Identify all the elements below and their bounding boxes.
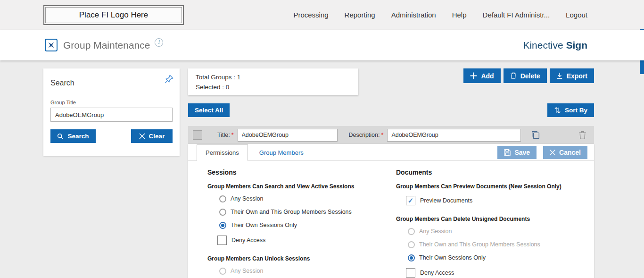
radio-option[interactable]: Their Own and This Group Members Session… bbox=[219, 208, 396, 216]
radio-option-disabled: Their Own and This Group Members Session… bbox=[408, 240, 594, 249]
checkbox-unchecked-icon[interactable] bbox=[406, 268, 415, 278]
top-navigation: Processing Reporting Administration Help… bbox=[293, 11, 587, 19]
group-maintenance-icon bbox=[45, 39, 58, 51]
brand-logo: Kinective Sign bbox=[523, 40, 587, 51]
delete-group-row-button[interactable] bbox=[578, 130, 587, 141]
export-button[interactable]: Export bbox=[550, 68, 594, 83]
delete-unsigned-label: Group Members Can Delete Unsigned Docume… bbox=[396, 216, 594, 222]
search-button[interactable]: Search bbox=[50, 129, 96, 143]
cancel-x-icon bbox=[550, 150, 555, 155]
description-label: Description:* bbox=[349, 132, 384, 138]
info-icon[interactable]: i bbox=[155, 38, 163, 47]
checkbox-unchecked-icon[interactable] bbox=[217, 236, 227, 245]
copy-group-button[interactable] bbox=[529, 129, 542, 141]
nav-help[interactable]: Help bbox=[452, 11, 467, 19]
tab-group-members[interactable]: Group Members bbox=[251, 144, 312, 161]
permissions-content: Sessions Group Members Can Search and Vi… bbox=[188, 161, 594, 278]
brand-second: Sign bbox=[566, 40, 588, 51]
summary-card: Total Groups : 1 Selected : 0 bbox=[188, 68, 358, 95]
tab-bar: Permissions Group Members Save Cancel bbox=[188, 144, 594, 161]
selected-count: Selected : 0 bbox=[196, 82, 351, 92]
download-icon bbox=[556, 72, 563, 79]
radio-icon bbox=[408, 241, 415, 248]
group-title-input[interactable] bbox=[50, 108, 173, 122]
trash-icon bbox=[578, 131, 586, 140]
nav-administration[interactable]: Administration bbox=[391, 11, 436, 19]
radio-icon bbox=[408, 228, 415, 235]
radio-icon[interactable] bbox=[219, 195, 226, 202]
cancel-button[interactable]: Cancel bbox=[543, 146, 587, 159]
radio-option[interactable]: Any Session bbox=[219, 194, 396, 203]
required-asterisk: * bbox=[381, 132, 384, 138]
group-detail-panel: Permissions Group Members Save Cancel bbox=[188, 144, 594, 278]
total-groups-count: Total Groups : 1 bbox=[196, 72, 351, 82]
sessions-column: Sessions Group Members Can Search and Vi… bbox=[207, 166, 396, 278]
deny-access-row[interactable]: Deny Access bbox=[406, 268, 594, 278]
group-row-checkbox[interactable] bbox=[193, 130, 202, 140]
fi-logo-placeholder: Place FI Logo Here bbox=[43, 5, 184, 25]
top-bar: Place FI Logo Here Processing Reporting … bbox=[0, 0, 644, 30]
nav-logout[interactable]: Logout bbox=[566, 11, 587, 19]
tab-permissions[interactable]: Permissions bbox=[197, 144, 248, 161]
delete-button[interactable]: Delete bbox=[504, 68, 547, 83]
checkbox-checked-icon[interactable]: ✓ bbox=[406, 196, 415, 205]
required-asterisk: * bbox=[231, 132, 234, 138]
documents-column: Documents Group Members Can Preview Docu… bbox=[396, 166, 594, 278]
documents-heading: Documents bbox=[396, 168, 594, 176]
fi-logo-text: Place FI Logo Here bbox=[79, 10, 148, 20]
radio-icon[interactable] bbox=[219, 209, 226, 216]
title-label: Title:* bbox=[217, 132, 234, 138]
sessions-heading: Sessions bbox=[207, 168, 396, 176]
nav-current-user[interactable]: Default FI Administr... bbox=[483, 11, 550, 19]
clear-x-icon bbox=[139, 133, 145, 139]
search-icon bbox=[57, 133, 64, 140]
group-title-label: Group Title bbox=[50, 100, 173, 105]
preview-documents-label: Group Members Can Preview Documents (New… bbox=[396, 183, 594, 190]
sort-arrows-icon bbox=[554, 107, 561, 114]
group-actions: Add Delete Export bbox=[463, 68, 594, 83]
group-row: Title:* Description:* bbox=[188, 126, 594, 144]
sort-by-button[interactable]: Sort By bbox=[547, 103, 594, 117]
save-disk-icon bbox=[504, 149, 511, 156]
search-view-label: Group Members Can Search and View Active… bbox=[207, 183, 396, 190]
nav-processing[interactable]: Processing bbox=[293, 11, 328, 19]
search-panel-title: Search bbox=[50, 79, 173, 87]
radio-icon-selected[interactable] bbox=[219, 222, 226, 229]
plus-icon bbox=[470, 72, 477, 79]
radio-option-disabled: Any Session bbox=[408, 227, 594, 236]
radio-option[interactable]: Their Own Sessions Only bbox=[408, 253, 594, 262]
radio-icon bbox=[219, 268, 226, 275]
radio-option-disabled: Any Session bbox=[219, 267, 396, 275]
pin-icon[interactable] bbox=[164, 74, 174, 84]
page-title: Group Maintenance bbox=[63, 40, 150, 51]
nav-reporting[interactable]: Reporting bbox=[345, 11, 375, 19]
description-input[interactable] bbox=[387, 129, 521, 142]
radio-icon-selected[interactable] bbox=[408, 254, 415, 261]
app-header: Group Maintenance i Kinective Sign bbox=[0, 30, 644, 60]
preview-documents-row[interactable]: ✓ Preview Documents bbox=[406, 196, 594, 205]
search-panel: Search Group Title Search Clear bbox=[43, 68, 180, 156]
content-area: Total Groups : 1 Selected : 0 Add Delete… bbox=[188, 68, 594, 278]
main-area: Search Group Title Search Clear Total Gr… bbox=[0, 60, 644, 278]
deny-access-row[interactable]: Deny Access bbox=[217, 236, 396, 245]
copy-icon bbox=[530, 130, 541, 140]
save-button[interactable]: Save bbox=[497, 146, 537, 159]
clear-button[interactable]: Clear bbox=[131, 129, 173, 143]
title-input[interactable] bbox=[238, 129, 338, 142]
unlock-sessions-label: Group Members Can Unlock Sessions bbox=[207, 255, 396, 262]
trash-icon bbox=[510, 72, 517, 79]
add-button[interactable]: Add bbox=[463, 68, 500, 83]
radio-option[interactable]: Their Own Sessions Only bbox=[219, 221, 396, 229]
select-all-button[interactable]: Select All bbox=[188, 103, 230, 117]
brand-first: Kinective bbox=[523, 40, 563, 51]
